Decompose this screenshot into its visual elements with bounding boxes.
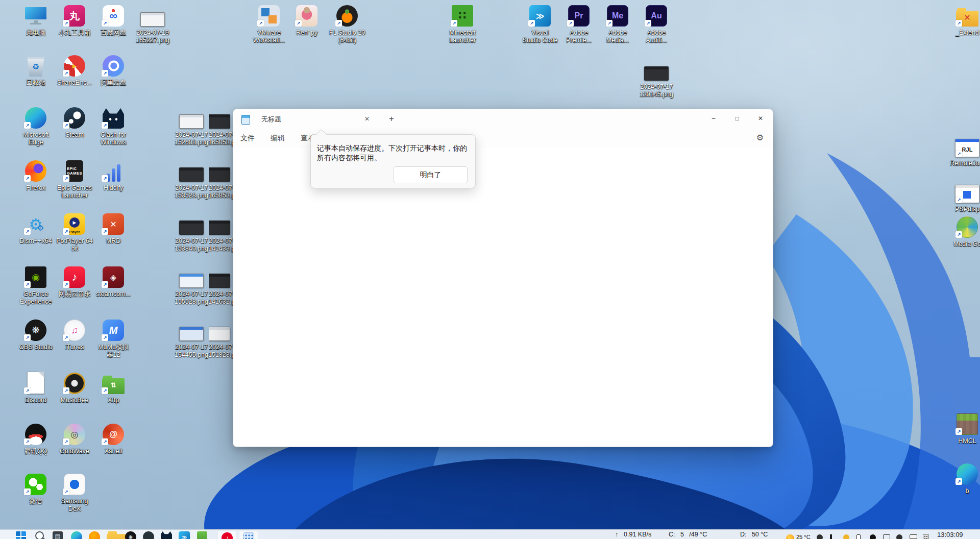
settings-gear-icon[interactable]: ⚙ (756, 133, 764, 142)
tab-close-icon[interactable]: ✕ (360, 112, 374, 126)
desktop-icon-file-153840[interactable]: 2024-07-17 153840.png (169, 211, 213, 253)
taskbar-button-green-s[interactable] (197, 531, 207, 539)
desktop-icon-goldwave[interactable]: ◎↗GoldWave (53, 422, 96, 455)
desktop-icon-adobe-media-encoder[interactable]: Me↗Adobe Media... (596, 3, 640, 45)
desktop-icon-adobe-audition[interactable]: Au↗Adobe Auditi... (634, 3, 678, 45)
desktop-icon-baidu-netdisk[interactable]: ∞↗百度网盘 (91, 3, 135, 37)
shortcut-arrow-icon: ↗ (24, 228, 31, 235)
desktop-icon-hiddify[interactable]: ↗Hiddify (91, 158, 135, 192)
desktop-icon-label: HMCL (958, 437, 976, 445)
desktop-icon-epic-games-launcher[interactable]: EPIC GAMES↗Epic Games Launcher (53, 158, 96, 200)
desktop-icon-shanaencoder[interactable]: ▶↗ShanaEnc... (53, 53, 96, 87)
desktop-icon-label: 2024-07-17 155528.png (175, 290, 208, 306)
desktop-icon-file-151823[interactable]: 2024-07-17 151823.png (209, 317, 233, 359)
desktop-icon-adobe-premiere[interactable]: Pr↗Adobe Premie... (557, 3, 601, 45)
desktop-icon-xiaowan-toolbox[interactable]: 丸↗小丸工具箱 (53, 3, 96, 37)
taskbar-button-obs-s[interactable]: ❋ (125, 531, 136, 539)
desktop-icon-file-155528[interactable]: 2024-07-17 155528.png (169, 264, 213, 306)
desktop-icon-fl-studio-20[interactable]: ↗FL Studio 20 (64bit) (325, 3, 369, 45)
tray-icon-battery[interactable] (910, 534, 917, 539)
desktop-icon-file-152608[interactable]: 2024-07-17 152608.png (169, 105, 213, 147)
desktop-icon-potplayer[interactable]: ▶Player↗PotPlayer 64 bit (53, 211, 96, 253)
desktop-icon-mumu-emulator[interactable]: M↗MuMu模拟 器12 (91, 317, 135, 359)
taskbar-button-dark-s[interactable] (143, 531, 154, 539)
desktop-icon-wechat[interactable]: ↗微信 (14, 472, 58, 505)
tray-icon-bar[interactable] (830, 534, 832, 539)
shortcut-arrow-icon: ↗ (102, 175, 108, 182)
shortcut-arrow-icon: ↗ (955, 20, 962, 27)
taskbar-clock[interactable]: 13:03:09 (937, 531, 963, 538)
desktop-icon-label: 2024-07-17 164455.png (175, 344, 208, 359)
desktop-icon-steam[interactable]: ↗Steam (53, 105, 96, 139)
tray-icon-dot-yellow[interactable] (843, 534, 849, 539)
desktop-icon-extend-folder[interactable]: ✕↗_Extend (946, 3, 980, 37)
desktop-icon-xshell[interactable]: @↗Xshell (91, 422, 135, 455)
desktop-icon-clash-for-windows[interactable]: ↗Clash for Windows (91, 105, 135, 147)
tray-icon-dot-dark[interactable] (896, 534, 902, 539)
taskbar-button-taskview[interactable]: ▤ (53, 531, 63, 539)
desktop-icon-musicbee[interactable]: ↗MusicBee (53, 371, 96, 404)
desktop-icon-firefox[interactable]: ↗Firefox (14, 158, 58, 192)
desktop-icon-microsoft-edge[interactable]: ↗Microsoft Edge (14, 105, 58, 147)
weather-temp: 25 °C (796, 534, 811, 539)
menu-file[interactable]: 文件 (239, 132, 256, 145)
tray-icon-grid[interactable] (923, 534, 929, 539)
desktop-icon-file-165227[interactable]: 2024-07-19 165227.png (131, 3, 175, 45)
taskbar-button-clash-s[interactable] (161, 531, 172, 539)
got-it-button[interactable]: 明白了 (394, 166, 468, 183)
desktop-icon-visual-studio-code[interactable]: ≫↗Visual Studio Code (518, 3, 562, 45)
notepad-titlebar[interactable]: 无标题 ✕ + – □ ✕ (233, 109, 773, 129)
desktop-icon-recycle-bin[interactable]: ♻回收站 (14, 53, 58, 87)
desktop-icon-xftp[interactable]: ⇅↗Xftp (91, 371, 135, 404)
shortcut-arrow-icon: ↗ (102, 70, 108, 77)
taskbar-button-start[interactable] (16, 531, 26, 539)
net-up-arrow: ↑ (615, 531, 618, 538)
desktop-icon-minecraft-launcher[interactable]: ∷↗Minecraft Launcher (440, 3, 484, 45)
minimize-icon[interactable]: – (702, 110, 725, 127)
desktop-icon-geforce-experience[interactable]: ◉↗GeForce Experience (14, 264, 58, 306)
taskbar-button-orange-s[interactable] (89, 531, 100, 539)
maximize-icon[interactable]: □ (725, 110, 749, 127)
tray-icon-phone[interactable] (856, 534, 861, 539)
desktop-icon-file-164455[interactable]: 2024-07-17 164455.png (169, 317, 213, 359)
desktop-icon-pspdisp[interactable]: ↗PSPdisp (946, 180, 980, 213)
desktop-icon-hmcl[interactable]: ↗HMCL (946, 411, 980, 445)
desktop-icon-obs-studio[interactable]: ❋↗OBS Studio (14, 317, 58, 351)
desktop-icon-file-165058[interactable]: 2024-07-17 165058.png (209, 105, 233, 147)
taskbar-open-app-netease-s[interactable]: ♪ (217, 531, 237, 539)
tray-icon-dot-black[interactable] (870, 534, 876, 539)
tray-icon-dot-dark[interactable] (817, 534, 823, 539)
desktop-icon-file-130145[interactable]: 2024-07-17 130145.png (634, 57, 678, 99)
taskbar-button-search[interactable] (35, 531, 45, 539)
desktop-icon-steamcom[interactable]: ◈↗steamcom... (91, 264, 135, 298)
desktop-icon-mrd[interactable]: ✕↗MRD (91, 211, 135, 245)
desktop-icon-file-141632[interactable]: 2024-07-17 141632.png (209, 264, 233, 306)
pspdisp-icon: ↗ (946, 180, 980, 204)
desktop-icon-dism-plus-plus[interactable]: ⚙⚙↗Dism++x64 (14, 211, 58, 245)
weather-icon[interactable] (786, 534, 794, 539)
monitor-icon (14, 3, 58, 28)
desktop-icon-netease-cloud-music[interactable]: ♪↗网易云音乐 (53, 264, 96, 298)
desktop-icon-file-153528[interactable]: 2024-07-17 153528.png (169, 158, 213, 200)
tray-icon-monitor-sm[interactable] (883, 534, 890, 539)
desktop-icon-aliyun-drive[interactable]: ↗阿里云盘 (91, 53, 135, 87)
desktop-icon-itunes[interactable]: ♫↗iTunes (53, 317, 96, 351)
desktop-icon-discord[interactable]: ↗Discord (14, 371, 58, 404)
desktop-icon-media-go[interactable]: ↗Media Go (946, 214, 980, 248)
desktop-icon-samsung-dex[interactable]: ↗Samsung DeX (53, 472, 96, 513)
new-tab-icon[interactable]: + (385, 112, 398, 126)
desktop-icon-edge-b[interactable]: ↗b (946, 461, 980, 495)
menu-edit[interactable]: 编辑 (270, 132, 286, 145)
notepad-text-area[interactable] (234, 148, 772, 446)
taskbar-button-vscode-s[interactable]: ≫ (179, 531, 190, 539)
taskbar-open-app-notepad-s[interactable] (239, 531, 258, 539)
desktop-icon-file-141433[interactable]: 2024-07-17 141433.png (209, 211, 233, 253)
desktop-icon-tencent-qq[interactable]: ↗腾讯QQ (14, 422, 58, 455)
desktop-icon-this-pc[interactable]: 此电脑 (14, 3, 58, 37)
net-speed: 0.91 KB/s (624, 531, 651, 538)
desktop-icon-renpy[interactable]: ↗Ren' py (285, 3, 329, 37)
desktop-icon-file-165853[interactable]: 2024-07-17 165853.png (209, 158, 233, 200)
taskbar-button-edge-s[interactable] (71, 531, 82, 539)
desktop-icon-remotejoylite[interactable]: RJL↗RemoteJo... (946, 134, 980, 167)
close-icon[interactable]: ✕ (749, 110, 772, 127)
